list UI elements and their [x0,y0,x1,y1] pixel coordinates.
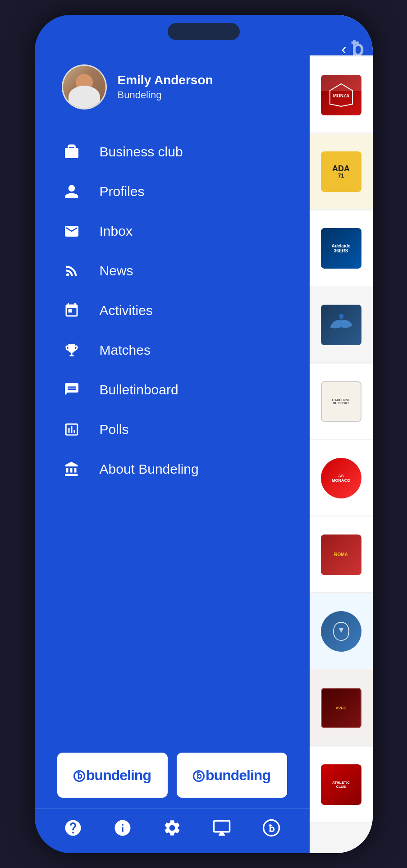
logo-box-1[interactable]: ƀbundeling [57,753,168,798]
info-button[interactable] [111,816,134,840]
nav-item-news[interactable]: News [35,251,310,291]
logo-box-2[interactable]: ƀbundeling [177,753,287,798]
logo-text-1: ƀbundeling [73,767,151,784]
nav-item-profiles[interactable]: Profiles [35,172,310,211]
svg-text:ƀ: ƀ [268,823,274,834]
phone-frame: Emily Anderson Bundeling Business clu [35,15,373,853]
nav-item-polls[interactable]: Polls [35,410,310,449]
drawer-logos: ƀbundeling ƀbundeling [35,744,310,809]
user-name: Emily Anderson [118,73,213,87]
nav-label-news: News [100,263,133,279]
list-item[interactable]: AVFC [310,670,373,746]
user-info: Emily Anderson Bundeling [118,73,213,101]
avatar [62,64,107,110]
nav-item-bulletinboard[interactable]: Bulletinboard [35,370,310,410]
phone-notch [168,23,240,40]
list-item[interactable]: Adelaide36ERS [310,210,373,286]
right-header: ‹ ƀ [310,15,373,55]
avatar-image [63,66,105,108]
bottom-toolbar: ƀ [35,809,310,853]
right-panel: ‹ ƀ MONZA [310,15,373,853]
bank-icon [62,459,82,479]
nav-item-business-club[interactable]: Business club [35,132,310,172]
rss-icon [62,261,82,281]
help-button[interactable] [61,816,85,840]
list-item[interactable]: ASMONACO [310,440,373,516]
calendar-icon [62,301,82,320]
nav-label-polls: Polls [100,422,129,437]
logo-text-2: ƀbundeling [193,767,270,784]
nav-label-profiles: Profiles [100,184,145,199]
back-arrow-icon[interactable]: ‹ [341,40,346,58]
nav-label-activities: Activities [100,303,153,318]
list-item[interactable] [310,594,373,669]
bundeling-brand-button[interactable]: ƀ [260,816,283,840]
app-logo-letter: ƀ [351,37,364,60]
nav-item-matches[interactable]: Matches [35,330,310,370]
inbox-icon [62,221,82,241]
svg-point-1 [66,273,69,276]
trophy-icon [62,340,82,360]
nav-item-inbox[interactable]: Inbox [35,211,310,251]
person-icon [62,182,82,201]
briefcase-icon [62,142,82,162]
nav-label-business-club: Business club [100,144,183,160]
bulletin-icon [62,380,82,400]
nav-item-about[interactable]: About Bundeling [35,449,310,489]
user-profile[interactable]: Emily Anderson Bundeling [35,55,310,128]
list-item[interactable]: ADA 71 [310,134,373,210]
phone-screen: Emily Anderson Bundeling Business clu [35,15,373,853]
nav-label-about: About Bundeling [100,461,199,477]
settings-button[interactable] [160,816,184,840]
nav-label-matches: Matches [100,343,151,358]
svg-text:MONZA: MONZA [333,93,349,98]
user-organization: Bundeling [118,89,213,101]
list-item[interactable] [310,287,373,363]
nav-menu: Business club Profiles [35,128,310,744]
nav-label-bulletinboard: Bulletinboard [100,382,178,397]
list-item[interactable]: MONZA [310,57,373,133]
monitor-button[interactable] [210,816,233,840]
nav-item-activities[interactable]: Activities [35,291,310,330]
clubs-list: MONZA ADA 71 [310,55,373,853]
svg-rect-0 [69,146,74,147]
chart-icon [62,420,82,439]
list-item[interactable]: L'ADÉENNEDU SPORT [310,364,373,439]
list-item[interactable]: ROMA [310,517,373,593]
side-drawer: Emily Anderson Bundeling Business clu [35,15,310,853]
nav-label-inbox: Inbox [100,224,133,239]
list-item[interactable]: ATHLETICCLUB [310,747,373,822]
